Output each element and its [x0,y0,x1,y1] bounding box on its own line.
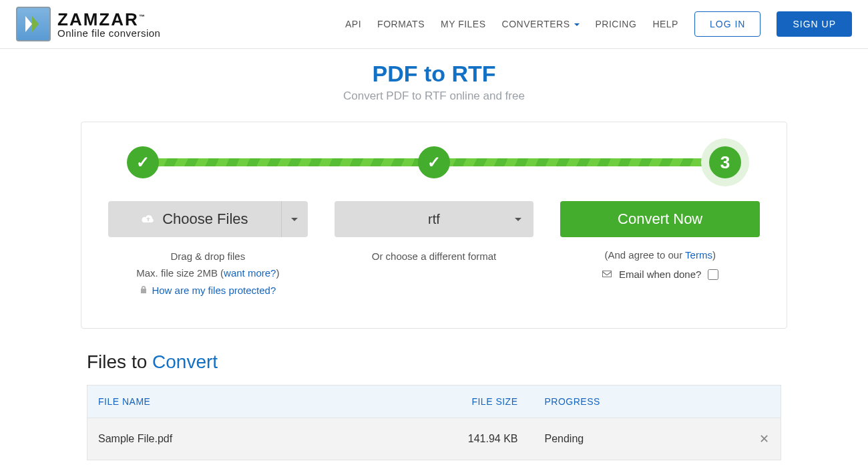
brand-tm: ™ [139,13,145,20]
lock-icon [140,285,148,296]
email-done-checkbox[interactable] [708,269,718,280]
brand-name: ZAMZAR [57,9,139,29]
nav-help[interactable]: HELP [652,19,678,29]
upload-cloud-icon [141,213,156,225]
output-format-select[interactable]: rtf [335,201,534,237]
convert-column: Convert Now (And agree to our Terms) Ema… [560,201,760,296]
logo-mark-icon [16,7,51,41]
envelope-icon [602,269,612,280]
check-icon: ✓ [136,153,150,172]
choose-files-label: Choose Files [162,210,248,228]
agree-terms-text: (And agree to our Terms) [604,249,715,261]
cell-file-name: Sample File.pdf [87,418,336,460]
terms-link[interactable]: Terms [685,249,712,261]
drag-drop-hint: Drag & drop files [170,249,245,265]
page-title: PDF to RTF [0,61,868,87]
step-2: ✓ [418,146,450,178]
table-row: Sample File.pdf 141.94 KB Pending ✕ [87,418,781,460]
col-file-size[interactable]: FILE SIZE [335,385,533,418]
chevron-down-icon [291,218,298,221]
step-3-label: 3 [720,152,730,173]
nav-my-files[interactable]: MY FILES [441,19,486,29]
nav-converters-label: CONVERTERS [502,19,570,29]
col-progress[interactable]: PROGRESS [534,385,748,418]
signup-button[interactable]: SIGN UP [777,11,852,37]
files-heading: Files to Convert [87,351,781,373]
selected-format-label: rtf [428,212,440,227]
files-table: FILE NAME FILE SIZE PROGRESS Sample File… [87,385,781,460]
different-format-hint: Or choose a different format [372,249,496,265]
email-done-label: Email when done? [619,269,701,280]
want-more-link[interactable]: want more? [224,267,276,279]
choose-files-column: Choose Files Drag & drop files Max. file… [108,201,308,296]
choose-files-button[interactable]: Choose Files [108,201,281,237]
col-actions [748,385,781,418]
brand-logo[interactable]: ZAMZAR™ Online file conversion [16,7,160,41]
convert-panel: ✓ ✓ 3 Choose Files Drag & drop files Max… [81,122,787,329]
step-3: 3 [709,146,741,178]
login-button[interactable]: LOG IN [694,11,761,37]
col-file-name[interactable]: FILE NAME [87,385,336,418]
nav-api[interactable]: API [345,19,361,29]
max-size-hint: Max. file size 2MB (want more?) [136,266,279,281]
nav-pricing[interactable]: PRICING [596,19,637,29]
brand-tagline: Online file conversion [57,28,160,38]
page-subtitle: Convert PDF to RTF online and free [0,90,868,103]
cell-progress: Pending [534,418,748,460]
format-column: rtf Or choose a different format [335,201,534,296]
remove-file-button[interactable]: ✕ [759,432,769,446]
convert-now-button[interactable]: Convert Now [560,201,760,237]
progress-steps: ✓ ✓ 3 [107,146,761,178]
check-icon: ✓ [427,153,441,172]
chevron-down-icon [574,23,580,26]
choose-files-dropdown[interactable] [281,201,308,237]
cell-file-size: 141.94 KB [335,418,533,460]
step-1: ✓ [127,146,159,178]
chevron-down-icon [515,218,521,221]
nav-converters[interactable]: CONVERTERS [502,19,580,29]
brand-text: ZAMZAR™ Online file conversion [57,11,160,38]
nav-formats[interactable]: FORMATS [377,19,425,29]
main-nav: API FORMATS MY FILES CONVERTERS PRICING … [345,11,852,37]
files-protected-link[interactable]: How are my files protected? [152,285,276,296]
